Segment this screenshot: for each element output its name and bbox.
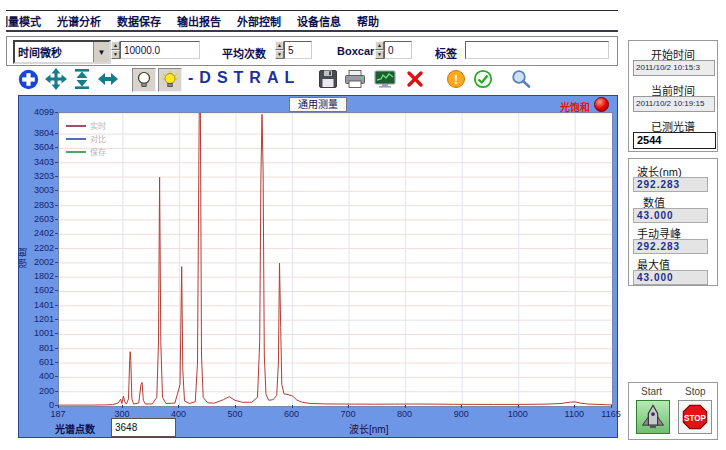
y-tick-label: 1401: [24, 301, 54, 310]
y-tick-label: 3604: [24, 143, 54, 152]
shuttle-icon: [639, 403, 667, 431]
x-tick-label: 800: [388, 409, 422, 419]
svg-text:!: !: [454, 73, 458, 87]
x-tick-mark: [611, 405, 612, 408]
readings-panel: 波长(nm) 292.283 数值 43.000 手动寻峰 292.283 最大…: [628, 158, 718, 286]
spectrum-plot: [59, 113, 612, 406]
close-icon: [405, 69, 425, 89]
search-icon: [510, 69, 532, 89]
x-tick-mark: [518, 405, 519, 408]
x-tick-mark: [405, 405, 406, 408]
integration-time-stepper[interactable]: ▲▼: [111, 41, 120, 59]
y-tick-mark: [55, 362, 58, 363]
average-count-label: 平均次数: [222, 45, 266, 61]
y-tick-label: 2202: [24, 244, 54, 253]
y-tick-mark: [55, 112, 58, 113]
lamp-off-button[interactable]: [132, 68, 156, 92]
vertical-arrows-icon: [72, 68, 92, 90]
menu-item-2[interactable]: 数据保存: [117, 13, 161, 29]
menu-item-5[interactable]: 设备信息: [297, 13, 341, 29]
value-value: 43.000: [633, 208, 708, 223]
session-info-panel: 开始时间 2011/10/2 10:15:3 当前时间 2011/10/2 10…: [628, 40, 718, 152]
tag-input[interactable]: [465, 41, 609, 59]
saturation-led-icon: [594, 97, 609, 112]
stop-button[interactable]: STOP: [678, 400, 712, 434]
vertical-zoom-button[interactable]: [71, 68, 93, 90]
y-tick-mark: [55, 262, 58, 263]
plot-area[interactable]: 实时对比保存: [58, 112, 613, 407]
chevron-down-icon[interactable]: ▼: [93, 42, 109, 62]
boxcar-stepper[interactable]: ▲▼: [375, 41, 384, 59]
start-button[interactable]: [636, 400, 670, 434]
legend-line-icon: [66, 125, 86, 127]
control-bar: 时间微秒 ▼ ▲▼ 平均次数 ▲▼ Boxcar ▲▼ 标签: [6, 36, 618, 66]
legend-label: 对比: [90, 133, 106, 144]
x-axis-title: 波长[nm]: [349, 421, 388, 436]
check-icon: [473, 69, 493, 89]
max-value-value: 43.000: [633, 270, 708, 285]
menu-item-4[interactable]: 外部控制: [237, 13, 281, 29]
boxcar-input[interactable]: [384, 41, 412, 59]
manual-peak-value: 292.283: [633, 239, 708, 254]
y-tick-label: 3403: [24, 158, 54, 167]
menu-item-6[interactable]: 帮助: [357, 13, 379, 29]
y-tick-mark: [55, 319, 58, 320]
svg-text:STOP: STOP: [684, 414, 707, 423]
menu-item-1[interactable]: 光谱分析: [57, 13, 101, 29]
y-tick-label: 1802: [24, 272, 54, 281]
x-tick-label: 1165: [594, 409, 628, 419]
menu-item-0[interactable]: 测量模式: [6, 13, 41, 29]
menu-item-3[interactable]: 输出报告: [177, 13, 221, 29]
lamp-on-button[interactable]: [158, 68, 182, 92]
x-tick-label: 900: [444, 409, 478, 419]
y-tick-label: 1201: [24, 315, 54, 324]
pan-button[interactable]: [45, 68, 67, 90]
spectrum-points-label: 光谱点数: [55, 421, 95, 436]
brand-logo: -DSTRAL: [188, 69, 300, 87]
y-tick-mark: [55, 391, 58, 392]
x-tick-label: 600: [275, 409, 309, 419]
confirm-button[interactable]: [472, 68, 494, 90]
monitor-chart-icon: [374, 69, 396, 89]
x-tick-label: 400: [161, 409, 195, 419]
integration-time-input[interactable]: [120, 41, 200, 59]
y-tick-label: 2402: [24, 229, 54, 238]
print-button[interactable]: [344, 68, 366, 90]
close-button[interactable]: [404, 68, 426, 90]
lamp-on-icon: [161, 71, 179, 89]
save-button[interactable]: [317, 68, 339, 90]
x-tick-mark: [292, 405, 293, 408]
current-time-value: 2011/10/2 10:19:15: [633, 96, 715, 112]
legend-item-0: 实时: [66, 119, 106, 132]
horizontal-zoom-button[interactable]: [97, 68, 119, 90]
add-button[interactable]: [17, 68, 39, 90]
y-tick-mark: [55, 276, 58, 277]
warning-button[interactable]: !: [445, 68, 467, 90]
stop-button-label: Stop: [685, 386, 706, 397]
printer-icon: [344, 69, 366, 89]
save-icon: [318, 69, 338, 89]
y-tick-mark: [55, 248, 58, 249]
stop-sign-icon: STOP: [681, 403, 709, 431]
chart-panel: 通用测量 光饱和 实时对比保存 强度 光谱点数 波长[nm] 020040060…: [18, 95, 618, 438]
y-tick-label: 3003: [24, 186, 54, 195]
average-count-input[interactable]: [284, 41, 312, 59]
toolbar: -DSTRAL: [6, 66, 618, 94]
display-button[interactable]: [374, 68, 396, 90]
y-tick-label: 2603: [24, 215, 54, 224]
warning-icon: !: [446, 69, 466, 89]
saturation-label: 光饱和: [560, 99, 590, 114]
integration-mode-select[interactable]: 时间微秒 ▼: [13, 40, 111, 64]
start-button-label: Start: [641, 386, 662, 397]
x-tick-mark: [348, 405, 349, 408]
x-tick-label: 300: [105, 409, 139, 419]
y-tick-mark: [55, 376, 58, 377]
spectrum-points-input[interactable]: [111, 418, 176, 437]
y-tick-mark: [55, 147, 58, 148]
average-count-stepper[interactable]: ▲▼: [275, 41, 284, 59]
legend-item-1: 对比: [66, 132, 106, 145]
search-button[interactable]: [510, 68, 532, 90]
y-tick-label: 1602: [24, 286, 54, 295]
chart-legend: 实时对比保存: [66, 119, 106, 158]
add-icon: [18, 69, 39, 90]
